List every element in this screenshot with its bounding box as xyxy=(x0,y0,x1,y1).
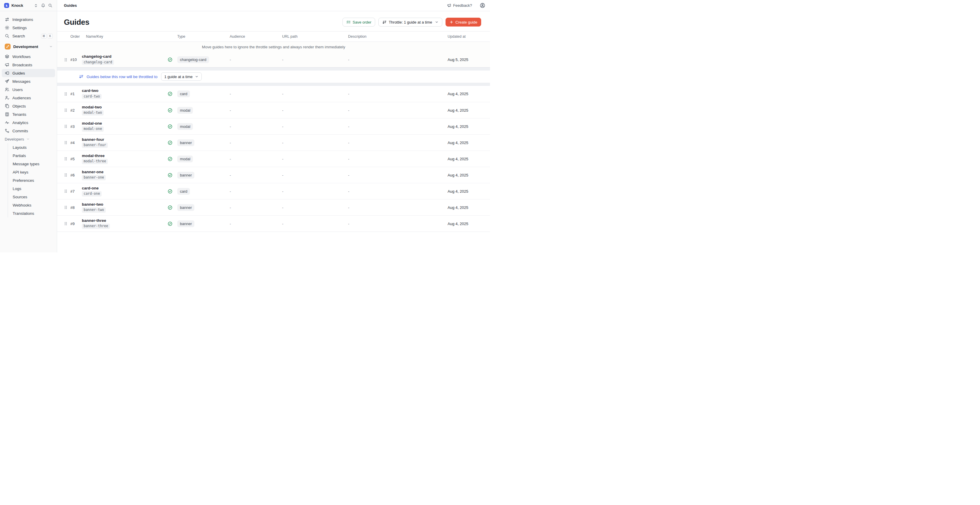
sidebar-item-objects[interactable]: Objects xyxy=(0,102,57,110)
guide-type: modal xyxy=(175,156,228,162)
sidebar-item-search[interactable]: Search⌘K xyxy=(0,32,57,40)
sidebar-item-preferences[interactable]: Preferences xyxy=(8,176,57,185)
throttle-amount-value: 1 guide at a time xyxy=(164,75,192,79)
guide-row[interactable]: #4 banner-four banner-four banner---Aug … xyxy=(57,134,490,151)
throttle-setting-button[interactable]: Throttle: 1 guide at a time xyxy=(379,18,442,27)
guide-type: changelog-card xyxy=(175,56,228,63)
sidebar-item-settings[interactable]: Settings xyxy=(0,24,57,32)
workspace-switcher[interactable]: k Knock xyxy=(0,0,57,11)
drag-handle[interactable] xyxy=(62,108,70,113)
guide-key: banner-four xyxy=(82,143,108,148)
guide-updated-at: Aug 4, 2025 xyxy=(445,173,490,177)
sidebar-item-sources[interactable]: Sources xyxy=(8,193,57,201)
guide-name: modal-one xyxy=(82,121,165,126)
app-window: k Knock Guides Feedback? xyxy=(0,0,490,253)
sidebar-item-guides[interactable]: Guides xyxy=(2,69,55,77)
drag-handle[interactable] xyxy=(62,124,70,129)
guide-row[interactable]: #1 card-two card-two card---Aug 4, 2025 xyxy=(57,86,490,102)
guide-order: #1 xyxy=(70,92,82,96)
drag-handle[interactable] xyxy=(62,205,70,210)
guide-active-status xyxy=(165,189,175,194)
account-menu-button[interactable] xyxy=(480,3,485,8)
guide-row[interactable]: #10 changelog-card changelog-card change… xyxy=(57,52,490,67)
sidebar-item-audiences[interactable]: Audiences xyxy=(0,94,57,102)
guide-name: banner-four xyxy=(82,138,165,142)
search-icon[interactable] xyxy=(47,3,53,8)
guide-row[interactable]: #2 modal-two modal-two modal---Aug 4, 20… xyxy=(57,102,490,118)
sidebar-item-api-keys[interactable]: API keys xyxy=(8,168,57,176)
guide-updated-at: Aug 5, 2025 xyxy=(445,57,490,62)
guide-name: banner-two xyxy=(82,202,165,207)
guide-updated-at: Aug 4, 2025 xyxy=(445,92,490,96)
feedback-button[interactable]: Feedback? xyxy=(447,3,472,8)
kbd-key: K xyxy=(48,33,53,38)
guide-updated-at: Aug 4, 2025 xyxy=(445,157,490,161)
type-badge: banner xyxy=(177,172,194,178)
paper-plane-icon xyxy=(5,79,10,84)
sidebar-item-label: API keys xyxy=(13,170,28,174)
guide-url-path: - xyxy=(280,140,346,145)
guide-description: - xyxy=(346,92,445,96)
sidebar-item-partials[interactable]: Partials xyxy=(8,151,57,160)
guide-name: banner-one xyxy=(82,170,165,174)
sidebar-item-integrations[interactable]: Integrations xyxy=(0,15,57,24)
drag-handle[interactable] xyxy=(62,92,70,96)
sidebar-item-layouts[interactable]: Layouts xyxy=(8,143,57,151)
guide-key: banner-three xyxy=(82,224,110,229)
guide-row[interactable]: #9 banner-three banner-three banner---Au… xyxy=(57,215,490,232)
sidebar-item-label: Sources xyxy=(13,195,27,199)
sidebar-item-commits[interactable]: Commits xyxy=(0,127,57,135)
sidebar-item-analytics[interactable]: Analytics xyxy=(0,118,57,127)
type-badge: modal xyxy=(177,123,193,130)
sidebar-item-logs[interactable]: Logs xyxy=(8,185,57,193)
guide-name-key: banner-three banner-three xyxy=(82,218,165,229)
guide-name: card-two xyxy=(82,89,165,93)
guide-description: - xyxy=(346,108,445,113)
drag-handle[interactable] xyxy=(62,173,70,177)
guide-key: modal-one xyxy=(82,126,103,132)
guide-order: #10 xyxy=(70,57,82,62)
drag-handle[interactable] xyxy=(62,156,70,161)
bell-icon[interactable] xyxy=(40,3,46,8)
chevrons-up-down-icon[interactable] xyxy=(33,3,39,8)
guide-updated-at: Aug 4, 2025 xyxy=(445,140,490,145)
drag-handle[interactable] xyxy=(62,57,70,62)
type-badge: card xyxy=(177,188,190,195)
megaphone-icon xyxy=(5,62,10,67)
guide-row[interactable]: #6 banner-one banner-one banner---Aug 4,… xyxy=(57,167,490,183)
sidebar-item-tenants[interactable]: Tenants xyxy=(0,110,57,118)
guide-active-status xyxy=(165,205,175,210)
guide-key: banner-two xyxy=(82,207,106,213)
environment-switcher[interactable]: Development xyxy=(0,42,57,51)
save-order-button[interactable]: Save order xyxy=(342,18,375,27)
sidebar-item-label: Messages xyxy=(13,79,30,84)
guide-url-path: - xyxy=(280,108,346,113)
guide-row[interactable]: #5 modal-three modal-three modal---Aug 4… xyxy=(57,151,490,167)
throttle-amount-select[interactable]: 1 guide at a time xyxy=(161,72,202,81)
guide-key: modal-two xyxy=(82,110,103,115)
drag-handle[interactable] xyxy=(62,140,70,145)
sidebar-item-label: Layouts xyxy=(13,145,27,150)
topbar-main: Guides Feedback? xyxy=(57,0,490,11)
sidebar-item-users[interactable]: Users xyxy=(0,86,57,94)
sidebar-item-messages[interactable]: Messages xyxy=(0,77,57,86)
sidebar-item-label: Audiences xyxy=(13,96,31,100)
guide-key: card-two xyxy=(82,94,102,99)
guide-row[interactable]: #7 card-one card-one card---Aug 4, 2025 xyxy=(57,183,490,199)
sidebar-item-translations[interactable]: Translations xyxy=(8,209,57,217)
sidebar-item-message-types[interactable]: Message types xyxy=(8,160,57,168)
sidebar-item-broadcasts[interactable]: Broadcasts xyxy=(0,61,57,69)
drag-handle[interactable] xyxy=(62,221,70,226)
guide-row[interactable]: #8 banner-two banner-two banner---Aug 4,… xyxy=(57,199,490,215)
col-url-path: URL path xyxy=(280,35,346,38)
sidebar-item-label: Broadcasts xyxy=(13,63,32,67)
breadcrumb[interactable]: Guides xyxy=(64,3,77,8)
create-guide-button[interactable]: Create guide xyxy=(445,18,481,27)
sidebar-item-workflows[interactable]: Workflows xyxy=(0,53,57,61)
guide-row[interactable]: #3 modal-one modal-one modal---Aug 4, 20… xyxy=(57,118,490,134)
throttle-divider-link[interactable]: Guides below this row will be throttled … xyxy=(87,75,158,79)
sidebar-section-developers[interactable]: Developers xyxy=(0,135,57,143)
drag-handle[interactable] xyxy=(62,189,70,194)
guide-active-status xyxy=(165,221,175,226)
sidebar-item-webhooks[interactable]: Webhooks xyxy=(8,201,57,209)
